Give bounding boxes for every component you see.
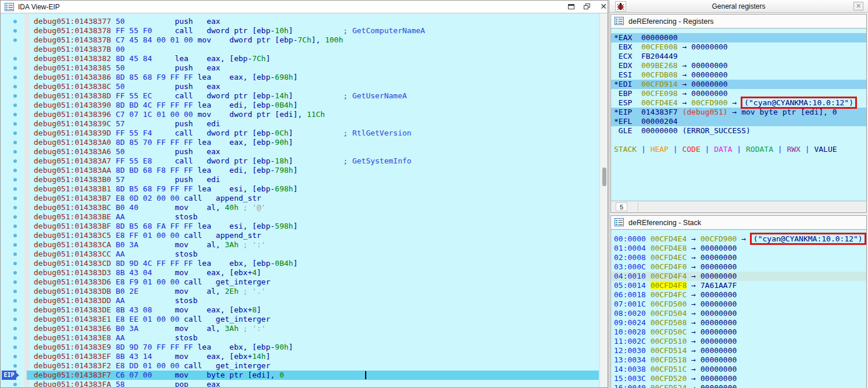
asm-line[interactable]: debug051:0143837B 00	[27, 45, 599, 54]
close-icon[interactable]: ✕	[599, 3, 608, 11]
breakpoint-dot[interactable]	[13, 113, 17, 116]
asm-line[interactable]: debug051:014383B7 E8 0D 02 00 00 call ap…	[27, 194, 599, 203]
asm-line[interactable]: debug051:014383A0 8D 85 70 FF FF FF lea …	[27, 138, 599, 147]
breakpoint-dot[interactable]	[13, 271, 17, 275]
asm-line[interactable]: debug051:014383BE AA stosb	[27, 212, 599, 222]
register-row-esi[interactable]: ESI 00CFDB08 → 00000000	[611, 70, 866, 80]
breakpoint-dot[interactable]	[13, 308, 17, 312]
breakpoint-dot[interactable]	[13, 150, 17, 154]
breakpoint-dot[interactable]	[13, 141, 17, 144]
asm-line[interactable]: debug051:014383D3 8B 43 04 mov eax, [ebx…	[27, 268, 599, 277]
breakpoint-dot[interactable]	[13, 85, 17, 88]
stack-row[interactable]: 16:0040 00CFD524 → 00000000	[611, 383, 866, 388]
breakpoint-dot[interactable]	[13, 225, 17, 228]
legend-rwx[interactable]: RWX	[787, 145, 800, 154]
breakpoint-dot[interactable]	[13, 197, 17, 200]
asm-line[interactable]: debug051:01438378 FF 55 F0 call dword pt…	[27, 26, 599, 35]
legend-data[interactable]: DATA	[714, 145, 732, 154]
asm-line[interactable]: debug051:014383CA B0 3A mov al, 3Ah ; ':…	[27, 240, 599, 250]
asm-line[interactable]: debug051:014383E1 E8 EE 01 00 00 call ge…	[27, 315, 599, 324]
breakpoint-dot[interactable]	[13, 57, 17, 60]
stack-row[interactable]: 01:0004 00CFD4E8 → 00000000	[611, 244, 866, 253]
asm-line[interactable]: debug051:014383A7 FF 55 E8 call dword pt…	[27, 156, 599, 166]
register-row-eax[interactable]: *EAX 00000000	[611, 33, 866, 42]
asm-line[interactable]: debug051:014383E6 B0 3A mov al, 3Ah ; ':…	[27, 324, 599, 333]
stack-row[interactable]: 12:0030 00CFD514 → 00000000	[611, 346, 866, 355]
scrollbar-thumb[interactable]	[602, 168, 606, 186]
asm-line[interactable]: debug051:014383BC B0 40 mov al, 40h ; '@…	[27, 203, 599, 212]
stack-row[interactable]: 02:0008 00CFD4EC → 00000000	[611, 253, 866, 262]
stack-row[interactable]: 15:003C 00CFD520 → 00000000	[611, 374, 866, 383]
stack-row[interactable]: 05:0014 00CFD4F8 → 7A61AA7F	[611, 281, 866, 290]
legend-heap[interactable]: HEAP	[651, 145, 669, 154]
stack-row[interactable]: 11:002C 00CFD510 → 00000000	[611, 337, 866, 346]
stack-row[interactable]: 10:0028 00CFD50C → 00000000	[611, 328, 866, 337]
register-row-ebx[interactable]: EBX 00CFE008 → 00000000	[611, 42, 866, 52]
asm-line[interactable]: debug051:014383AA 8D BD 68 F8 FF FF lea …	[27, 166, 599, 175]
asm-line[interactable]: debug051:014383CD 8D 9D 4C FF FF FF lea …	[27, 259, 599, 268]
breakpoint-dot[interactable]	[13, 131, 17, 135]
breakpoint-dot[interactable]	[13, 66, 17, 70]
register-row-efl[interactable]: *EFL 00000204	[611, 117, 866, 126]
legend-rodata[interactable]: RODATA	[746, 145, 773, 154]
asm-line[interactable]: debug051:014383B0 57 push edi	[27, 175, 599, 184]
legend-stack[interactable]: STACK	[614, 145, 637, 154]
close-icon[interactable]: ✕	[853, 2, 863, 10]
asm-line[interactable]: debug051:014383DE 8B 43 08 mov eax, [ebx…	[27, 305, 599, 315]
register-row-edx[interactable]: EDX 009BE268 → 00000000	[611, 61, 866, 70]
asm-line[interactable]: debug051:01438396 C7 07 1C 01 00 00 mov …	[27, 110, 599, 119]
asm-line[interactable]: debug051:014383CC AA stosb	[27, 250, 599, 259]
asm-line[interactable]: debug051:014383EF 8B 43 14 mov eax, [ebx…	[27, 352, 599, 361]
register-row-edi[interactable]: *EDI 00CFD914 → 00000000	[611, 80, 866, 89]
stack-row[interactable]: 09:0024 00CFD508 → 00000000	[611, 318, 866, 328]
stack-row[interactable]: 14:0038 00CFD51C → 00000000	[611, 365, 866, 374]
breakpoint-dot[interactable]	[13, 169, 17, 172]
legend-value[interactable]: VALUE	[814, 145, 837, 154]
asm-line[interactable]: debug051:014383FA 58 pop eax	[27, 380, 599, 387]
register-row-esp[interactable]: ESP 00CFD4E4 → 00CFD900 → ("cyan@CYANKMA…	[611, 98, 866, 108]
breakpoint-dot[interactable]	[13, 206, 17, 209]
registers-pane-titlebar[interactable]: deREferencing - Registers	[611, 15, 866, 29]
breakpoint-dot[interactable]	[13, 94, 17, 98]
asm-line[interactable]: debug051:014383E9 8D 9D 70 FF FF FF lea …	[27, 343, 599, 352]
stack-row[interactable]: 06:0018 00CFD4FC → 00000000	[611, 290, 866, 300]
asm-line[interactable]: debug051:014383E8 AA stosb	[27, 333, 599, 343]
asm-line[interactable]: debug051:01438386 8D 85 68 F9 FF FF lea …	[27, 73, 599, 82]
stack-row[interactable]: 04:0010 00CFD4F4 → 00000000	[611, 272, 866, 281]
asm-line[interactable]: debug051:01438382 8D 45 84 lea eax, [ebp…	[27, 54, 599, 63]
stack-pane-titlebar[interactable]: deREferencing - Stack	[611, 216, 866, 230]
restore-button[interactable]	[583, 3, 592, 11]
asm-line[interactable]: debug051:014383D6 E8 F9 01 00 00 call ge…	[27, 277, 599, 287]
breakpoint-dot[interactable]	[13, 252, 17, 256]
breakpoint-dot[interactable]	[13, 346, 17, 349]
breakpoint-dot[interactable]	[13, 38, 17, 42]
breakpoint-dot[interactable]	[13, 299, 17, 302]
breakpoint-dot[interactable]	[13, 104, 17, 107]
breakpoint-dot[interactable]	[13, 234, 17, 237]
stack-row[interactable]: 13:0034 00CFD518 → 00000000	[611, 355, 866, 365]
register-row-eip[interactable]: *EIP 014383F7 (debug051) → mov byte ptr …	[611, 108, 866, 117]
asm-line[interactable]: debug051:0143839C 57 push edi	[27, 119, 599, 129]
asm-line[interactable]: debug051:014383B1 8D B5 68 F9 FF FF lea …	[27, 184, 599, 194]
breakpoint-dot[interactable]	[13, 29, 17, 33]
asm-line-current[interactable]: debug051:014383F7 C6 07 00 mov byte ptr …	[27, 371, 599, 380]
stack-row[interactable]: 07:001C 00CFD500 → 00000000	[611, 300, 866, 309]
stack-row[interactable]: 08:0020 00CFD504 → 00000000	[611, 309, 866, 318]
breakpoint-dot[interactable]	[13, 122, 17, 126]
asm-line[interactable]: debug051:014383DD AA stosb	[27, 296, 599, 305]
asm-line[interactable]: debug051:0143838C 50 push eax	[27, 82, 599, 91]
asm-line[interactable]: debug051:0143837B C7 45 84 00 01 00 mov …	[27, 35, 599, 45]
breakpoint-dot[interactable]	[13, 159, 17, 163]
ida-view-titlebar[interactable]: IDA View-EIP ✕	[1, 1, 608, 13]
asm-line[interactable]: debug051:014383C5 E8 FF 01 00 00 call ap…	[27, 231, 599, 240]
breakpoint-dot[interactable]	[13, 20, 17, 23]
asm-line[interactable]: debug051:014383A6 50 push eax	[27, 147, 599, 156]
breakpoint-dot[interactable]	[13, 280, 17, 284]
breakpoint-dot[interactable]	[13, 76, 17, 79]
asm-line[interactable]: debug051:01438377 50 push eax	[27, 17, 599, 26]
asm-line[interactable]: debug051:01438385 50 push eax	[27, 63, 599, 73]
breakpoint-dot[interactable]	[13, 178, 17, 181]
breakpoint-dot[interactable]	[13, 290, 17, 293]
asm-line[interactable]: debug051:014383F2 E8 DD 01 00 00 call ge…	[27, 361, 599, 371]
stack-row[interactable]: 00:0000 00CFD4E4 → 00CFD900 → ("cyan@CYA…	[611, 234, 866, 244]
